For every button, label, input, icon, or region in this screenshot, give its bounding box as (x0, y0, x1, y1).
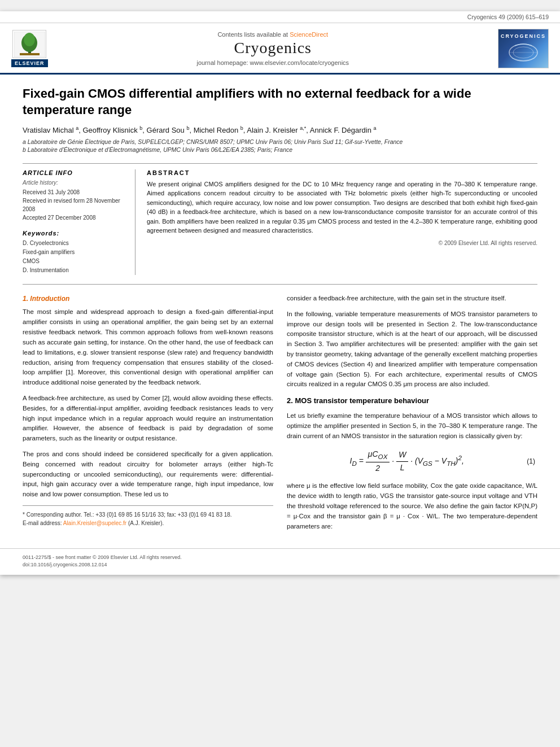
section1-col2-p2: In the following, variable temperature m… (287, 309, 537, 390)
author-2: Geoffroy Klisnick b, (82, 126, 146, 134)
corresponding-author-note: * Corresponding author. Tel.: +33 (0)1 6… (23, 510, 273, 519)
journal-homepage: journal homepage: www.elsevier.com/locat… (48, 59, 498, 66)
article-info-column: ARTICLE INFO Article history: Received 3… (23, 169, 135, 275)
revised-date: Received in revised form 28 November 200… (23, 196, 126, 213)
body-left-column: 1. Introduction The most simple and wide… (23, 294, 273, 538)
email-link[interactable]: Alain.Kreisler@supelec.fr (63, 520, 126, 526)
elsevier-tree-logo (12, 30, 46, 58)
svg-point-3 (24, 33, 35, 46)
page: Cryogenics 49 (2009) 615–619 ELSEVIER (0, 11, 560, 575)
article-info-abstract-row: ARTICLE INFO Article history: Received 3… (23, 163, 537, 275)
keyword-4: D. Instrumentation (23, 266, 126, 275)
email-author: (A.J. Kreisler). (128, 520, 164, 526)
elsevier-logo: ELSEVIER (11, 30, 48, 67)
copyright-notice: © 2009 Elsevier Ltd. All rights reserved… (147, 240, 537, 246)
sciencedirect-link[interactable]: ScienceDirect (290, 31, 328, 38)
email-label: E-mail address: (23, 520, 63, 526)
formula-number: (1) (527, 456, 537, 467)
section1-paragraph-3: The pros and cons should indeed be consi… (23, 449, 273, 500)
contents-available-text: Contents lists available at ScienceDirec… (48, 31, 498, 38)
formula-display: ID = μCOX 2 · W L · (VGS − VTH)2, (287, 448, 527, 475)
article-title: Fixed-gain CMOS differential amplifiers … (23, 86, 537, 118)
author-6: Annick F. Dégardin a (310, 126, 377, 134)
keywords-section: Keywords: D. Cryoelectronics Fixed-gain … (23, 230, 126, 275)
affiliation-a: a Laboratoire de Génie Électrique de Par… (23, 138, 537, 146)
accepted-date: Accepted 27 December 2008 (23, 213, 126, 222)
section-divider (23, 284, 537, 285)
footer-doi: doi:10.1016/j.cryogenics.2008.12.014 (23, 562, 537, 567)
section2-paragraph-2: where μ is the effective low field surfa… (287, 481, 537, 531)
keywords-label: Keywords: (23, 230, 126, 237)
email-note: E-mail address: Alain.Kreisler@supelec.f… (23, 519, 273, 527)
keyword-1: D. Cryoelectronics (23, 239, 126, 248)
keyword-3: CMOS (23, 257, 126, 266)
section1-title: 1. Introduction (23, 294, 273, 304)
footnote-section: * Corresponding author. Tel.: +33 (0)1 6… (23, 505, 273, 527)
section1-paragraph-2: A feedback-free architecture, as used by… (23, 394, 273, 444)
author-1: Vratislav Michal a, (23, 126, 82, 134)
received-date: Received 31 July 2008 (23, 188, 126, 196)
affiliations: a Laboratoire de Génie Électrique de Par… (23, 138, 537, 154)
section1-col2-p1: consider a feedback-free architecture, w… (287, 294, 537, 304)
section2-paragraph-1: Let us briefly examine the temperature b… (287, 411, 537, 441)
body-columns: 1. Introduction The most simple and wide… (23, 294, 537, 538)
journal-header: ELSEVIER Contents lists available at Sci… (0, 23, 560, 75)
journal-title-header: Cryogenics (48, 39, 498, 57)
cryogenics-cover-inner: CRYOGENICS (498, 29, 548, 68)
formula-container: ID = μCOX 2 · W L · (VGS − VTH)2, (1) (287, 448, 537, 475)
main-content: Fixed-gain CMOS differential amplifiers … (0, 75, 560, 548)
footer-issn: 0011-2275/$ - see front matter © 2009 El… (23, 554, 537, 560)
article-info-label: ARTICLE INFO (23, 169, 126, 176)
article-history-label: Article history: (23, 180, 126, 186)
body-right-column: consider a feedback-free architecture, w… (287, 294, 537, 538)
svg-rect-4 (20, 53, 40, 55)
affiliation-b: b Laboratoire d'Électronique et d'Électr… (23, 146, 537, 154)
page-footer: 0011-2275/$ - see front matter © 2009 El… (0, 548, 560, 575)
author-3: Gérard Sou b, (147, 126, 194, 134)
author-4: Michel Redon b, (194, 126, 247, 134)
authors-line: Vratislav Michal a, Geoffroy Klisnick b,… (23, 125, 537, 134)
section2-title: 2. MOS transistor temperature behaviour (287, 395, 537, 407)
keyword-2: Fixed-gain amplifiers (23, 248, 126, 257)
cryogenics-cover-image: CRYOGENICS (498, 29, 549, 68)
abstract-label: ABSTRACT (147, 169, 537, 176)
elsevier-badge: ELSEVIER (11, 59, 48, 67)
issue-info: Cryogenics 49 (2009) 615–619 (0, 11, 560, 23)
author-5: Alain J. Kreisler a,*, (247, 126, 309, 134)
abstract-column: ABSTRACT We present original CMOS amplif… (147, 169, 537, 275)
journal-header-center: Contents lists available at ScienceDirec… (48, 31, 498, 66)
section1-paragraph-1: The most simple and widespread approach … (23, 307, 273, 388)
abstract-text: We present original CMOS amplifiers desi… (147, 180, 537, 235)
